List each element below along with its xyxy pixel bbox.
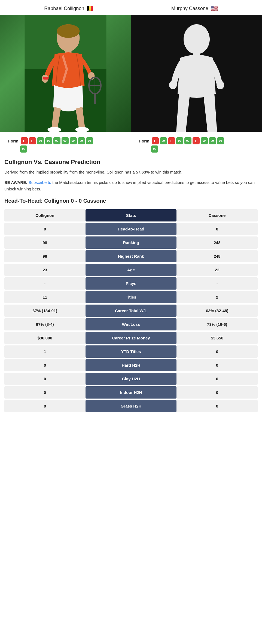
right-form-badge-6: W xyxy=(201,137,208,144)
table-cell-stat-3: Age xyxy=(86,264,177,276)
left-form-badge-4: W xyxy=(53,137,60,144)
right-form-badge-9: W xyxy=(151,145,158,153)
left-form-badge-6: W xyxy=(70,137,77,144)
prediction-text: Derived from the implied probability fro… xyxy=(4,169,258,175)
table-row: -Plays- xyxy=(4,277,258,290)
table-row: 0Grass H2H0 xyxy=(4,400,258,412)
left-form-badge-3: W xyxy=(45,137,52,144)
left-form-badge-7: W xyxy=(78,137,85,144)
left-form-badge-5: W xyxy=(62,137,69,144)
table-cell-stat-7: Win/Loss xyxy=(86,318,177,330)
table-cell-right-4: - xyxy=(176,277,258,290)
players-header: Raphael Collignon 🇧🇪 Murphy Cassone 🇺🇸 xyxy=(0,0,262,15)
table-cell-stat-6: Career Total W/L xyxy=(86,305,177,317)
left-form-label: Form xyxy=(8,139,19,143)
right-form-label: Form xyxy=(139,139,150,143)
table-cell-stat-10: Hard H2H xyxy=(86,359,177,371)
right-form-badge-0: L xyxy=(152,137,159,144)
table-cell-right-0: 0 xyxy=(176,223,258,235)
right-player-flag: 🇺🇸 xyxy=(211,5,218,12)
table-cell-stat-9: YTD Titles xyxy=(86,345,177,358)
right-form-badge-1: W xyxy=(160,137,167,144)
table-cell-left-2: 98 xyxy=(4,250,86,262)
table-cell-stat-8: Career Prize Money xyxy=(86,332,177,344)
table-row: 23Age22 xyxy=(4,264,258,276)
table-cell-left-4: - xyxy=(4,277,86,290)
right-form-badge-2: L xyxy=(168,137,175,144)
table-cell-stat-13: Grass H2H xyxy=(86,400,177,412)
table-row: 67% (184-91)Career Total W/L63% (82-48) xyxy=(4,305,258,317)
table-cell-right-12: 0 xyxy=(176,386,258,399)
right-player-name: Murphy Cassone xyxy=(171,6,208,11)
right-form-badge-4: W xyxy=(184,137,191,144)
left-form-row: Form L L W W W W W W W xyxy=(4,134,127,144)
table-row: 67% (8-4)Win/Loss73% (16-6) xyxy=(4,318,258,330)
table-cell-stat-1: Ranking xyxy=(86,236,177,249)
table-cell-stat-4: Plays xyxy=(86,277,177,290)
form-sections: Form L L W W W W W W W W Form L W L W W … xyxy=(0,132,262,154)
table-cell-left-9: 1 xyxy=(4,345,86,358)
table-cell-stat-0: Head-to-Head xyxy=(86,223,177,235)
svg-point-18 xyxy=(169,81,177,89)
svg-point-16 xyxy=(184,24,210,54)
subscribe-text: BE AWARE: Subscribe to the Matchstat.com… xyxy=(4,179,258,192)
svg-rect-11 xyxy=(94,93,96,104)
left-form-badge-1: L xyxy=(29,137,36,144)
stats-table: Collignon Stats Cassone 0Head-to-Head098… xyxy=(4,208,258,414)
right-form-row2: W xyxy=(135,145,258,153)
svg-rect-12 xyxy=(43,77,49,80)
svg-point-4 xyxy=(57,24,80,38)
table-cell-right-3: 22 xyxy=(176,264,258,276)
subscribe-link[interactable]: Subscribe to xyxy=(29,180,51,185)
table-row: 98Highest Rank248 xyxy=(4,250,258,262)
table-cell-left-3: 23 xyxy=(4,264,86,276)
table-cell-right-1: 248 xyxy=(176,236,258,249)
table-cell-left-0: 0 xyxy=(4,223,86,235)
table-cell-stat-11: Clay H2H xyxy=(86,373,177,385)
left-player-svg xyxy=(0,15,131,132)
left-player-flag: 🇧🇪 xyxy=(86,5,94,12)
svg-point-19 xyxy=(217,81,224,89)
table-cell-right-2: 248 xyxy=(176,250,258,262)
right-form-badge-7: W xyxy=(209,137,216,144)
right-form-row: Form L W L W W L W W W xyxy=(135,134,258,144)
table-cell-stat-5: Titles xyxy=(86,291,177,303)
table-row: 0Hard H2H0 xyxy=(4,359,258,371)
table-cell-left-11: 0 xyxy=(4,373,86,385)
table-row: $36,000Career Prize Money$3,650 xyxy=(4,332,258,344)
table-cell-right-8: $3,650 xyxy=(176,332,258,344)
table-row: 0Clay H2H0 xyxy=(4,373,258,385)
left-player-photo xyxy=(0,15,131,132)
table-cell-left-1: 98 xyxy=(4,236,86,249)
table-header-col3: Cassone xyxy=(176,209,258,221)
right-player-svg xyxy=(156,15,237,132)
right-form-badge-5: L xyxy=(193,137,200,144)
right-form-badge-8: W xyxy=(217,137,224,144)
table-cell-left-12: 0 xyxy=(4,386,86,399)
table-row: 0Indoor H2H0 xyxy=(4,386,258,399)
table-cell-left-7: 67% (8-4) xyxy=(4,318,86,330)
table-cell-right-13: 0 xyxy=(176,400,258,412)
right-form-section: Form L W L W W L W W W W xyxy=(131,134,262,153)
right-player-name-wrap: Murphy Cassone 🇺🇸 xyxy=(171,5,218,12)
table-row: 1YTD Titles0 xyxy=(4,345,258,358)
prediction-percentage: 57.63% xyxy=(136,170,150,174)
table-row: 0Head-to-Head0 xyxy=(4,223,258,235)
table-cell-left-6: 67% (184-91) xyxy=(4,305,86,317)
left-form-row2: W xyxy=(4,145,127,153)
left-form-badge-9: W xyxy=(20,145,27,153)
right-player-photo xyxy=(131,15,262,132)
main-content: Collignon Vs. Cassone Prediction Derived… xyxy=(0,154,262,418)
table-header-col1: Collignon xyxy=(4,209,86,221)
prediction-text-end: to win this match. xyxy=(151,170,182,174)
table-cell-right-9: 0 xyxy=(176,345,258,358)
left-form-section: Form L L W W W W W W W W xyxy=(0,134,131,153)
table-cell-left-10: 0 xyxy=(4,359,86,371)
table-cell-left-5: 11 xyxy=(4,291,86,303)
table-cell-right-10: 0 xyxy=(176,359,258,371)
right-form-badge-3: W xyxy=(176,137,183,144)
table-row: 11Titles2 xyxy=(4,291,258,303)
table-header-col2: Stats xyxy=(86,209,177,221)
table-cell-stat-12: Indoor H2H xyxy=(86,386,177,399)
player-photos xyxy=(0,15,262,132)
